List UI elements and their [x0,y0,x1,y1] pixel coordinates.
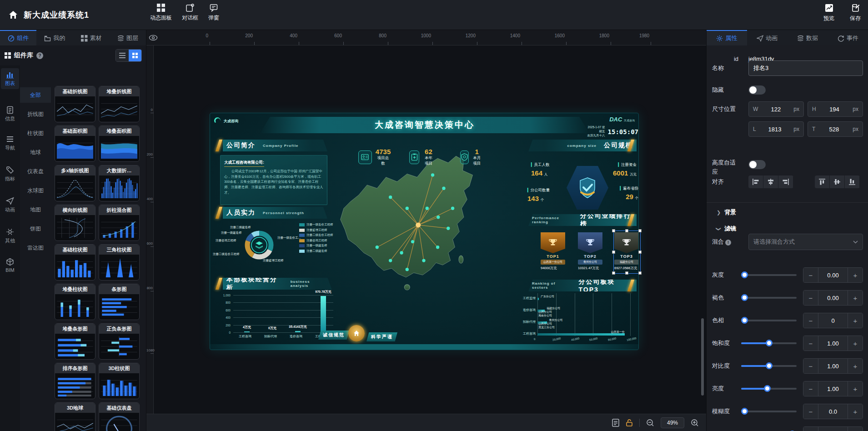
subcategory-1[interactable]: 全部 [20,87,51,103]
subcategory-2[interactable]: 折线图 [20,106,51,122]
component-card[interactable]: 条形图 [99,284,140,320]
top-input[interactable]: T528px [808,121,863,137]
filter-value[interactable]: 0 [818,313,848,328]
zoom-out-icon[interactable] [646,419,654,427]
increment-button[interactable]: + [848,313,863,328]
filter-value[interactable]: 0.00 [818,291,848,305]
save-button[interactable]: 保存 [850,4,861,22]
help-icon[interactable]: ? [36,52,43,59]
blend-select[interactable]: 请选择混合方式 [748,234,863,250]
component-card[interactable]: 基础面积图 [55,125,95,162]
component-card[interactable]: 堆叠条形图 [55,323,95,360]
selection-handle[interactable] [625,229,628,232]
inspector-tab-anim[interactable]: 动画 [747,30,788,45]
filter-value[interactable]: 0.0 [818,404,848,419]
increment-button[interactable]: + [848,427,863,431]
filter-value[interactable]: 1.00 [818,336,848,351]
slider-track[interactable] [741,411,797,412]
page-settings-icon[interactable] [612,419,619,427]
dashboard-preview[interactable]: 大成咨询智慧决策中心 大成咨询 DAC 大成咨询 2025-1-07 星期五 农… [210,113,639,350]
tab-mine[interactable]: 我的 [36,30,73,45]
inspector-tab-props[interactable]: 属性 [707,30,747,45]
slider-track[interactable] [741,320,797,321]
canvas-vertical-scrollbar[interactable] [701,318,704,396]
tool-panel-button[interactable]: 动态面板 [150,4,172,22]
align-left-icon[interactable] [748,175,763,188]
component-card[interactable]: 排序条形图 [55,363,95,399]
category-chart[interactable]: 图表 [1,68,19,89]
inspector-tab-event[interactable]: 事件 [828,30,868,45]
ranking-card-1[interactable]: TOP1山西第一分公司94000万元 [541,232,565,271]
hidden-toggle[interactable] [748,85,766,95]
component-card[interactable]: 堆叠面积图 [99,125,140,162]
component-card[interactable]: 堆叠柱状图 [55,284,95,320]
ranking-card-2[interactable]: TOP2贵州分公司10321.47万元 [578,232,602,271]
home-icon[interactable] [6,8,20,22]
left-input[interactable]: L1813px [748,121,804,137]
subcategory-3[interactable]: 柱状图 [20,125,51,141]
decrement-button[interactable]: − [803,336,818,351]
align-right-icon[interactable] [778,175,793,188]
decrement-button[interactable]: − [803,359,818,373]
category-indicator[interactable]: 指标 [1,164,19,185]
selection-handle[interactable] [638,271,642,275]
component-card[interactable]: 基础折线图 [55,86,95,122]
selection-handle[interactable] [612,271,615,275]
slider-track[interactable] [741,388,797,390]
category-nav[interactable]: 导航 [1,133,19,154]
selection-handle[interactable] [638,229,642,232]
tab-material[interactable]: 素材 [73,30,110,45]
decrement-button[interactable]: − [803,381,818,396]
preview-button[interactable]: 预览 [823,4,834,22]
increment-button[interactable]: + [848,268,863,282]
zoom-in-icon[interactable] [691,419,699,427]
filter-value[interactable]: 1.00 [818,427,848,431]
category-info[interactable]: 信息 [1,104,19,125]
component-card[interactable]: 折柱混合图 [99,205,140,241]
subcategory-4[interactable]: 地球 [20,145,51,160]
increment-button[interactable]: + [848,359,863,373]
selection-handle[interactable] [612,251,615,254]
slider-thumb[interactable] [766,362,773,369]
auto-height-toggle[interactable] [748,160,766,169]
slider-thumb[interactable] [741,408,748,415]
eye-icon[interactable] [148,33,158,43]
inspector-tab-data[interactable]: 数据 [788,30,828,45]
filter-value[interactable]: 1.00 [818,359,848,373]
tool-dialog-button[interactable]: 对话框 [182,4,198,22]
category-other[interactable]: 其他 [1,226,19,246]
component-card[interactable]: 基础柱状图 [55,244,95,281]
subcategory-6[interactable]: 水球图 [20,183,51,198]
increment-button[interactable]: + [848,291,863,305]
category-anim[interactable]: 动画 [1,195,19,216]
selection-handle[interactable] [612,229,615,232]
decrement-button[interactable]: − [803,404,818,419]
category-bim[interactable]: BIM [1,256,19,275]
selection-box[interactable] [613,231,641,274]
component-card[interactable]: 大数据折… [99,165,140,201]
list-view-button[interactable] [116,50,129,61]
slider-thumb[interactable] [741,271,748,278]
filter-section[interactable]: ❯滤镜 [707,225,868,233]
tab-layer[interactable]: 图层 [110,30,146,45]
component-card[interactable]: 多x轴折线图 [55,165,95,201]
increment-button[interactable]: + [848,336,863,351]
component-card[interactable]: 横向折线图 [55,205,95,241]
tool-popup-button[interactable]: 弹窗 [208,4,219,22]
selection-handle[interactable] [638,251,642,254]
align-bottom-icon[interactable] [845,175,860,188]
component-card[interactable]: 堆叠折线图 [99,86,140,122]
slider-track[interactable] [741,274,797,276]
slider-track[interactable] [741,342,797,344]
slider-track[interactable] [741,297,797,299]
slider-thumb[interactable] [741,317,748,324]
increment-button[interactable]: + [848,404,863,419]
filter-value[interactable]: 0.00 [818,268,848,282]
name-input[interactable]: 排名3 [748,60,863,76]
subcategory-9[interactable]: 雷达图 [20,240,51,256]
decrement-button[interactable]: − [803,313,818,328]
align-center-h-icon[interactable] [763,175,778,188]
subcategory-5[interactable]: 仪表盘 [20,164,51,179]
component-card[interactable]: 基础仪表盘 [99,402,140,431]
component-card[interactable]: 正负条形图 [99,323,140,360]
